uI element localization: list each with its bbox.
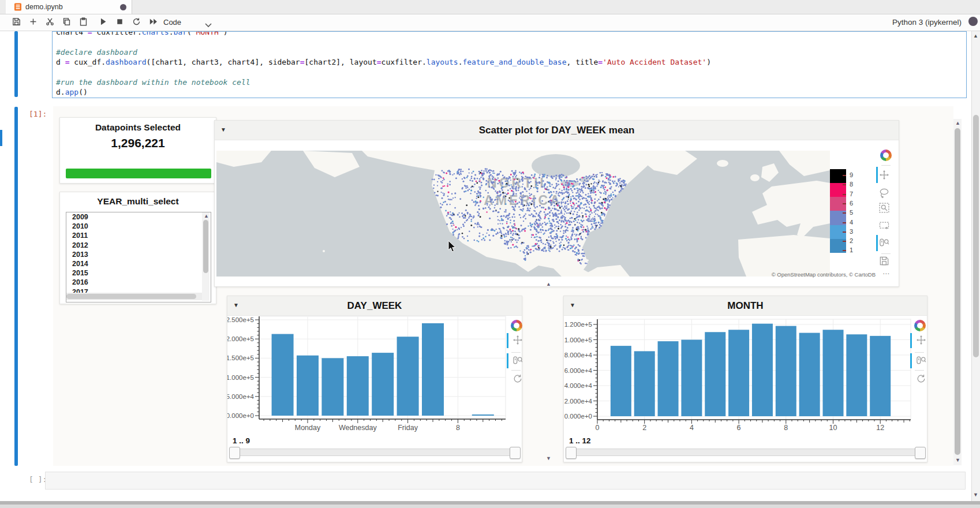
kernel-name[interactable]: Python 3 (ipykernel) (892, 18, 962, 27)
scroll-up-icon[interactable]: ▲ (973, 33, 978, 39)
attribution-overflow-dots[interactable]: ⋯ (882, 270, 889, 278)
pan-icon[interactable] (915, 334, 927, 346)
active-tool-indicator (910, 333, 912, 348)
year-option[interactable]: 2016 (66, 278, 211, 287)
dashboard-vscroll-thumb[interactable] (955, 128, 960, 455)
box-zoom-icon[interactable] (878, 202, 890, 214)
year-option[interactable]: 2013 (66, 250, 211, 259)
bokeh-logo-icon[interactable] (511, 320, 522, 331)
svg-text:5.000e+4: 5.000e+4 (227, 393, 255, 400)
active-tool-indicator (507, 353, 508, 368)
slider-handle-left[interactable] (566, 447, 577, 459)
active-tool-indicator (910, 353, 912, 368)
colorbar-tick-label: 9 (850, 171, 853, 178)
month-bar-chart[interactable]: 0.000e+02.000e+44.000e+46.000e+48.000e+4… (564, 296, 928, 463)
code-line (56, 68, 711, 77)
bokeh-logo-icon[interactable] (880, 150, 892, 161)
month-title: MONTH (564, 296, 927, 315)
year-option[interactable]: 2009 (66, 212, 211, 222)
day-week-range-slider[interactable] (231, 449, 519, 456)
wheel-zoom-icon[interactable] (512, 354, 523, 366)
svg-text:8: 8 (456, 424, 460, 432)
colorbar-tick-label: 6 (850, 200, 853, 207)
code-line: d.app() (56, 87, 711, 97)
restart-icon[interactable] (132, 17, 143, 28)
day-week-bar-chart[interactable]: 0.000e+05.000e+41.000e+51.500e+52.000e+5… (227, 296, 523, 463)
run-all-icon[interactable] (148, 17, 160, 28)
interrupt-icon[interactable] (115, 17, 126, 28)
cell-type-dropdown[interactable]: Code (163, 18, 181, 27)
svg-text:0: 0 (596, 424, 600, 432)
tab-demo-ipynb[interactable]: demo.ipynb (6, 0, 132, 14)
empty-cell-editor[interactable] (45, 472, 966, 490)
reset-icon[interactable] (915, 373, 927, 384)
scroll-up-icon[interactable]: ▲ (546, 281, 551, 287)
wheel-zoom-icon[interactable] (878, 237, 890, 248)
colorbar-tick (843, 184, 846, 185)
save-icon[interactable] (12, 17, 23, 28)
slider-handle-left[interactable] (229, 447, 240, 459)
svg-text:2.500e+5: 2.500e+5 (227, 316, 254, 323)
cut-icon[interactable] (45, 17, 57, 28)
hscrollbar-track[interactable] (0, 505, 980, 508)
copy-icon[interactable] (62, 17, 73, 28)
year-option[interactable]: 2012 (66, 241, 211, 250)
year-option[interactable]: 2015 (66, 268, 211, 278)
run-icon[interactable] (98, 17, 110, 28)
month-card: 0.000e+02.000e+44.000e+46.000e+48.000e+4… (563, 296, 927, 462)
unsaved-changes-dot (120, 4, 126, 10)
code-cell-editor[interactable]: chart4 = cuxfilter.charts.bar('MONTH') #… (52, 31, 967, 98)
colorbar-tick-label: 5 (850, 209, 853, 216)
svg-text:8: 8 (784, 424, 788, 432)
year-select-card: YEAR_multi_select 2009201020112012201320… (59, 192, 216, 304)
year-list-hscroll-thumb[interactable] (66, 294, 196, 299)
reset-icon[interactable] (512, 373, 523, 384)
active-tool-indicator (507, 333, 508, 348)
kernel-status-indicator[interactable] (968, 17, 978, 26)
year-option[interactable]: 2014 (66, 259, 211, 268)
notebook-icon (14, 3, 22, 13)
scroll-down-icon[interactable]: ▼ (546, 455, 551, 461)
colorbar-tick-label: 7 (850, 190, 853, 197)
box-select-icon[interactable] (878, 219, 890, 231)
pan-icon[interactable] (878, 169, 890, 181)
datapoints-title: Datapoints Selected (60, 122, 216, 133)
svg-text:4: 4 (690, 424, 694, 432)
slider-handle-right[interactable] (510, 447, 521, 459)
bokeh-logo-icon[interactable] (914, 320, 926, 331)
output-prompt: [1]: (29, 110, 47, 118)
cell-output-collapser[interactable] (14, 107, 18, 466)
chevron-down-icon[interactable] (205, 20, 212, 30)
colorbar-swatch (830, 169, 846, 183)
svg-text:10: 10 (829, 424, 837, 432)
month-range-label: 1 .. 12 (569, 436, 591, 445)
year-option[interactable]: 2010 (66, 222, 211, 231)
pan-icon[interactable] (512, 334, 523, 346)
month-range-slider[interactable] (567, 449, 925, 456)
colorbar-tick (843, 231, 846, 233)
colorbar-tick (843, 241, 846, 242)
page-vscroll-thumb[interactable] (973, 115, 979, 357)
tab-bar: demo.ipynb (0, 0, 980, 14)
scroll-down-icon[interactable]: ▼ (973, 492, 978, 498)
map-attribution[interactable]: © OpenStreetMap contributors, © CartoDB (772, 271, 876, 278)
year-multiselect-listbox[interactable]: 200920102011201220132014201520162017 (66, 212, 211, 302)
svg-text:Monday: Monday (295, 424, 321, 432)
slider-handle-right[interactable] (915, 447, 926, 459)
paste-icon[interactable] (78, 17, 90, 28)
scroll-up-icon[interactable]: ▲ (204, 213, 209, 219)
datapoints-card: Datapoints Selected 1,296,221 (59, 117, 216, 184)
add-icon[interactable] (28, 17, 40, 28)
lasso-select-icon[interactable] (878, 187, 890, 199)
wheel-zoom-icon[interactable] (915, 354, 927, 366)
geo-scatter-map[interactable]: NORTHAMERICA (216, 151, 830, 277)
colorbar-tick (843, 194, 846, 195)
input-prompt: [ ]: (29, 475, 47, 484)
scroll-up-icon[interactable]: ▲ (955, 120, 960, 126)
scroll-down-icon[interactable]: ▼ (955, 457, 960, 463)
cell-input-collapser[interactable] (14, 31, 18, 97)
save-icon[interactable] (878, 255, 890, 267)
year-option[interactable]: 2011 (66, 231, 211, 240)
scatter-map-card: ▼ Scatter plot for DAY_WEEK mean (214, 120, 899, 287)
year-list-vscroll-thumb[interactable] (203, 220, 208, 273)
